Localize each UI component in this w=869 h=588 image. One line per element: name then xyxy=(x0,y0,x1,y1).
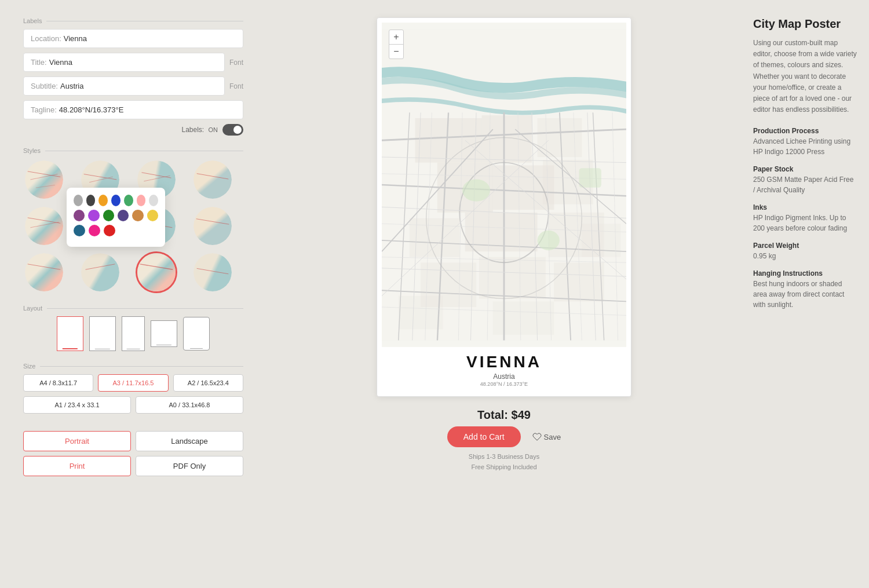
layout-square[interactable] xyxy=(151,320,177,347)
size-grid: A4 / 8.3x11.7 A3 / 11.7x16.5 A2 / 16.5x2… xyxy=(23,374,243,392)
title-font-button[interactable]: Font xyxy=(229,59,243,67)
color-option-brown[interactable] xyxy=(132,210,143,221)
print-type-row: Print PDF Only xyxy=(23,456,243,476)
title-value: Vienna xyxy=(49,58,72,67)
color-option-orange[interactable] xyxy=(98,195,108,206)
svg-point-63 xyxy=(538,231,560,251)
styles-section: Styles xyxy=(23,147,243,293)
spec-item: Paper Stock250 GSM Matte Paper Acid Free… xyxy=(753,165,857,195)
layout-section: Layout xyxy=(23,305,243,351)
svg-rect-64 xyxy=(579,168,601,188)
style-option-4[interactable] xyxy=(192,159,233,200)
size-section-header: Size xyxy=(23,363,243,370)
subtitle-field[interactable]: Subtitle: Austria xyxy=(23,76,225,96)
title-label: Title: xyxy=(31,58,47,67)
add-to-cart-button[interactable]: Add to Cart xyxy=(447,426,521,447)
color-row-2 xyxy=(74,210,158,221)
total-price: Total: $49 xyxy=(477,408,531,422)
style-option-9[interactable] xyxy=(23,251,65,293)
zoom-out-button[interactable]: − xyxy=(389,45,403,59)
color-option-gray[interactable] xyxy=(74,195,83,206)
color-option-yellow[interactable] xyxy=(147,210,158,221)
layout-portrait-center[interactable] xyxy=(89,316,116,351)
labels-toggle[interactable] xyxy=(222,124,243,136)
svg-line-2 xyxy=(36,185,55,188)
toggle-label-text: Labels: ON xyxy=(181,126,218,134)
size-a2[interactable]: A2 / 16.5x23.4 xyxy=(173,374,243,392)
layout-circle[interactable] xyxy=(183,317,210,350)
color-option-violet[interactable] xyxy=(88,210,99,221)
color-option-red[interactable] xyxy=(104,225,115,236)
pdf-only-button[interactable]: PDF Only xyxy=(136,456,243,476)
size-a1[interactable]: A1 / 23.4 x 33.1 xyxy=(23,396,131,414)
color-option-magenta[interactable] xyxy=(89,225,100,236)
color-option-teal[interactable] xyxy=(74,225,85,236)
center-panel: + − xyxy=(266,0,742,588)
color-option-indigo[interactable] xyxy=(118,210,129,221)
map-area[interactable]: + − xyxy=(382,23,626,347)
layout-section-header: Layout xyxy=(23,305,243,312)
poster-subtitle-text: Austria xyxy=(386,372,622,381)
svg-line-16 xyxy=(197,268,229,273)
style-option-8[interactable] xyxy=(192,205,233,247)
color-option-lightgray[interactable] xyxy=(149,195,158,206)
size-a3[interactable]: A3 / 11.7x16.5 xyxy=(98,374,168,392)
location-field[interactable]: Location: Vienna xyxy=(23,29,243,48)
map-svg xyxy=(382,23,626,347)
color-option-purple[interactable] xyxy=(74,210,85,221)
svg-line-4 xyxy=(89,177,113,182)
svg-line-1 xyxy=(30,174,57,180)
save-button[interactable]: Save xyxy=(532,432,561,441)
print-button[interactable]: Print xyxy=(23,456,131,476)
color-option-darkgray[interactable] xyxy=(86,195,96,206)
purchase-section: Total: $49 Add to Cart Save Ships 1-3 Bu… xyxy=(447,408,561,472)
spec-title: Inks xyxy=(753,203,857,211)
svg-rect-30 xyxy=(399,296,443,330)
shipping-info: Ships 1-3 Business Days Free Shipping In… xyxy=(469,452,539,472)
color-option-darkgreen[interactable] xyxy=(103,210,114,221)
labels-section-header: Labels xyxy=(23,17,243,24)
svg-line-6 xyxy=(144,176,170,181)
layout-portrait-tall[interactable] xyxy=(122,316,145,351)
tagline-label: Tagline: xyxy=(31,105,57,114)
color-option-blue[interactable] xyxy=(111,195,121,206)
layout-portrait-bottom[interactable] xyxy=(57,316,83,351)
color-option-green[interactable] xyxy=(124,195,133,206)
spec-title: Hanging Instructions xyxy=(753,269,857,277)
location-label: Location: xyxy=(31,34,61,43)
svg-line-13 xyxy=(28,264,61,269)
zoom-in-button[interactable]: + xyxy=(389,30,403,44)
color-row-1 xyxy=(74,195,158,206)
size-a4[interactable]: A4 / 8.3x11.7 xyxy=(23,374,93,392)
svg-line-5 xyxy=(142,173,171,178)
orientation-section: Portrait Landscape Print PDF Only xyxy=(23,431,243,476)
size-a0[interactable]: A0 / 33.1x46.8 xyxy=(136,396,243,414)
style-option-11-selected[interactable] xyxy=(136,251,177,293)
style-option-10[interactable] xyxy=(79,251,121,293)
svg-point-62 xyxy=(462,179,490,201)
style-option-1[interactable] xyxy=(23,159,65,200)
subtitle-field-row: Subtitle: Austria Font xyxy=(23,76,243,96)
style-option-5[interactable] xyxy=(23,205,65,247)
svg-rect-25 xyxy=(410,218,459,257)
tagline-field[interactable]: Tagline: 48.208°N/16.373°E xyxy=(23,100,243,119)
spec-item: Hanging InstructionsBest hung indoors or… xyxy=(753,269,857,310)
size-grid-2: A1 / 23.4 x 33.1 A0 / 33.1x46.8 xyxy=(23,396,243,414)
orientation-row: Portrait Landscape xyxy=(23,431,243,451)
portrait-button[interactable]: Portrait xyxy=(23,431,131,451)
style-option-12[interactable] xyxy=(192,251,233,293)
spec-value: 0.95 kg xyxy=(753,251,857,261)
title-field[interactable]: Title: Vienna xyxy=(23,53,225,72)
landscape-button[interactable]: Landscape xyxy=(136,431,243,451)
subtitle-font-button[interactable]: Font xyxy=(229,82,243,90)
color-option-lightpink[interactable] xyxy=(137,195,146,206)
product-description: Using our custom-built map editor, choos… xyxy=(753,38,857,115)
poster-footer: VIENNA Austria 48.208°N / 16.373°E xyxy=(382,347,626,392)
add-to-cart-row: Add to Cart Save xyxy=(447,426,561,447)
color-row-3 xyxy=(74,225,158,236)
styles-section-header: Styles xyxy=(23,147,243,154)
shipping-line2: Free Shipping Included xyxy=(469,462,539,473)
spec-item: InksHP Indigo Pigment Inks. Up to 200 ye… xyxy=(753,203,857,233)
svg-rect-32 xyxy=(582,224,620,257)
spec-value: Advanced Lichee Printing using HP Indigo… xyxy=(753,136,857,157)
